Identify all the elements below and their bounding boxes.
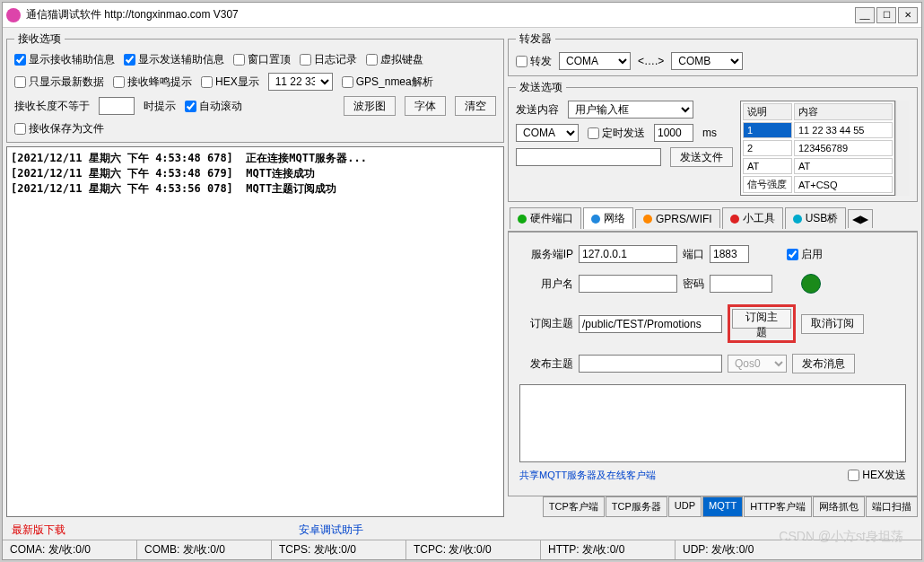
network-subtabs: TCP客户端 TCP服务器 UDP MQTT HTTP客户端 网络抓包 端口扫描 (508, 496, 918, 517)
server-ip-input[interactable] (579, 245, 677, 263)
send-content-select[interactable]: 用户输入框 (568, 101, 693, 119)
subtab-tcp-client[interactable]: TCP客户端 (543, 496, 605, 517)
subtab-tcp-server[interactable]: TCP服务器 (606, 496, 667, 517)
password-label: 密码 (683, 277, 704, 292)
tab-network[interactable]: 网络 (583, 207, 633, 229)
waveform-button[interactable]: 波形图 (344, 96, 396, 116)
send-port-select[interactable]: COMA (516, 124, 579, 142)
username-label: 用户名 (519, 277, 573, 292)
forwarder-group: 转发器 转发 COMA <….> COMB (508, 31, 918, 76)
table-row: 111 22 33 44 55 (743, 122, 893, 138)
chk-only-newest[interactable]: 只显示最新数据 (14, 75, 104, 90)
sub-topic-input[interactable] (579, 315, 722, 333)
status-udp: UDP: 发/收:0/0 (676, 540, 921, 559)
chk-topmost[interactable]: 窗口置顶 (233, 52, 291, 67)
tab-usb-bridge[interactable]: USB桥 (785, 207, 847, 229)
titlebar[interactable]: 通信猫调试软件 http://tongxinmao.com V307 __ ☐ … (3, 3, 921, 28)
forward-to-select[interactable]: COMB (671, 52, 743, 70)
recv-options-legend: 接收选项 (14, 31, 65, 47)
forward-from-select[interactable]: COMA (559, 52, 631, 70)
table-row: 2123456789 (743, 140, 893, 156)
chk-enable[interactable]: 启用 (787, 247, 823, 262)
chk-gps-parse[interactable]: GPS_nmea解析 (342, 75, 433, 90)
message-box[interactable] (519, 384, 906, 462)
close-button[interactable]: ✕ (898, 7, 918, 23)
send-content-label: 发送内容 (516, 102, 559, 118)
main-tabs: 硬件端口 网络 GPRS/WIFI 小工具 USB桥 ◀▶ (508, 206, 918, 232)
chk-hex-display[interactable]: HEX显示 (201, 75, 259, 90)
font-button[interactable]: 字体 (405, 96, 446, 116)
chk-beep[interactable]: 接收蜂鸣提示 (113, 75, 192, 90)
app-window: 通信猫调试软件 http://tongxinmao.com V307 __ ☐ … (2, 2, 922, 560)
hex-format-select[interactable]: 11 22 33 (268, 73, 333, 91)
log-line: [2021/12/11 星期六 下午 4:53:48 679] MQTT连接成功 (11, 166, 500, 181)
android-helper-link[interactable]: 安卓调试助手 (299, 522, 363, 538)
subtab-udp[interactable]: UDP (668, 496, 702, 517)
pub-topic-label: 发布主题 (519, 356, 573, 372)
chk-save-file[interactable]: 接收保存为文件 (14, 121, 104, 136)
password-input[interactable] (710, 275, 772, 293)
qos-select[interactable]: Qos0 (728, 355, 787, 373)
chk-logging[interactable]: 日志记录 (300, 52, 357, 67)
forward-arrow: <….> (638, 55, 664, 67)
latest-download-link[interactable]: 最新版下载 (12, 522, 65, 538)
pub-topic-input[interactable] (579, 355, 722, 373)
send-options-legend: 发送选项 (516, 80, 566, 95)
sub-topic-label: 订阅主题 (519, 316, 573, 331)
status-http: HTTP: 发/收:0/0 (541, 540, 676, 559)
window-title: 通信猫调试软件 http://tongxinmao.com V307 (26, 7, 855, 22)
minimize-button[interactable]: __ (855, 7, 875, 23)
tab-gprs-wifi[interactable]: GPRS/WIFI (635, 209, 720, 228)
status-tcpc: TCPC: 发/收:0/0 (406, 540, 541, 559)
log-area[interactable]: [2021/12/11 星期六 下午 4:53:48 678] 正在连接MQTT… (6, 146, 504, 517)
chk-auto-scroll[interactable]: 自动滚动 (185, 99, 242, 114)
unsubscribe-button[interactable]: 取消订阅 (801, 314, 864, 334)
send-content-input[interactable] (516, 148, 661, 166)
subtab-mqtt[interactable]: MQTT (702, 496, 743, 517)
bottom-links: 最新版下载 安卓调试助手 (3, 521, 921, 540)
connection-status-indicator (801, 274, 821, 294)
subtab-http-client[interactable]: HTTP客户端 (744, 496, 812, 517)
tools-icon (730, 215, 739, 224)
recv-len-input[interactable] (99, 97, 135, 115)
table-scrollbar[interactable] (895, 101, 910, 196)
port-input[interactable] (710, 245, 749, 263)
when-show-label: 时提示 (144, 99, 176, 114)
chk-timed-send[interactable]: 定时发送 (588, 126, 645, 141)
share-mqtt-link[interactable]: 共享MQTT服务器及在线客户端 (519, 469, 656, 482)
send-templates-table[interactable]: 说明内容 111 22 33 44 55 2123456789 ATAT 信号强… (740, 101, 895, 196)
usb-icon (793, 215, 802, 224)
tab-scroll-right[interactable]: ◀▶ (848, 209, 873, 228)
app-icon (6, 8, 21, 22)
send-interval-input[interactable] (654, 124, 693, 142)
status-tcps: TCPS: 发/收:0/0 (272, 540, 406, 559)
clear-button[interactable]: 清空 (455, 96, 496, 116)
wifi-icon (643, 215, 652, 224)
recv-len-label: 接收长度不等于 (14, 99, 90, 114)
subtab-port-scan[interactable]: 端口扫描 (866, 496, 918, 517)
maximize-button[interactable]: ☐ (876, 7, 896, 23)
subtab-net-sniff[interactable]: 网络抓包 (813, 496, 865, 517)
subscribe-button[interactable]: 订阅主题 (732, 309, 791, 329)
tab-hw-port[interactable]: 硬件端口 (510, 207, 581, 229)
send-file-button[interactable]: 发送文件 (670, 147, 733, 167)
username-input[interactable] (579, 275, 677, 293)
chk-show-recv-aux[interactable]: 显示接收辅助信息 (14, 52, 115, 67)
status-comb: COMB: 发/收:0/0 (137, 540, 272, 559)
chk-show-send-aux[interactable]: 显示发送辅助信息 (124, 52, 224, 67)
publish-button[interactable]: 发布消息 (792, 354, 855, 373)
table-row: 信号强度AT+CSQ (743, 176, 893, 193)
log-line: [2021/12/11 星期六 下午 4:53:56 078] MQTT主题订阅… (11, 181, 500, 197)
ms-label: ms (702, 127, 717, 139)
chk-hex-send[interactable]: HEX发送 (848, 468, 906, 483)
forwarder-legend: 转发器 (516, 31, 555, 47)
statusbar: COMA: 发/收:0/0 COMB: 发/收:0/0 TCPS: 发/收:0/… (3, 540, 921, 559)
server-ip-label: 服务端IP (519, 247, 573, 262)
chk-forward[interactable]: 转发 (516, 54, 552, 69)
recv-options-group: 接收选项 显示接收辅助信息 显示发送辅助信息 窗口置顶 日志记录 虚拟键盘 只显… (6, 31, 504, 143)
tab-tools[interactable]: 小工具 (722, 207, 783, 229)
status-coma: COMA: 发/收:0/0 (3, 540, 137, 559)
send-options-group: 发送选项 发送内容 用户输入框 COMA 定时发送 ms 发送文件 (508, 80, 918, 202)
port-label: 端口 (683, 247, 704, 262)
chk-virtual-kbd[interactable]: 虚拟键盘 (366, 52, 423, 67)
